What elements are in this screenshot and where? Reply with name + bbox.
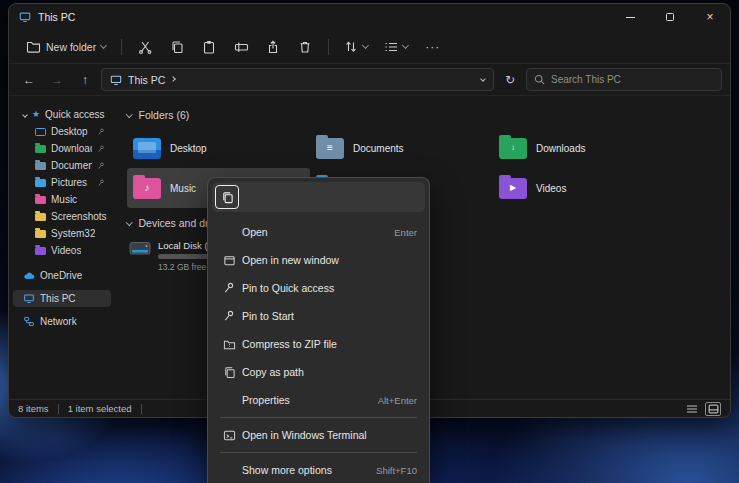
menu-item-open-in-windows-terminal[interactable]: Open in Windows Terminal	[212, 421, 425, 449]
paste-button[interactable]	[194, 34, 224, 60]
close-button[interactable]: ×	[690, 4, 730, 30]
music-folder-icon	[35, 196, 46, 204]
chevron-down-icon	[362, 42, 369, 49]
documents-folder-icon: ≡	[316, 138, 344, 159]
minimize-button[interactable]	[610, 4, 650, 30]
see-more-button[interactable]: ···	[417, 40, 448, 54]
status-divider	[141, 404, 142, 414]
rename-icon	[234, 40, 249, 54]
videos-folder-icon: ▶	[499, 178, 527, 199]
chevron-down-icon	[402, 42, 409, 49]
pictures-folder-icon	[35, 179, 46, 187]
thumbnail-view-button[interactable]	[705, 402, 721, 416]
menu-item-show-more-options[interactable]: Show more options Shift+F10	[212, 456, 425, 483]
menu-item-properties[interactable]: Properties Alt+Enter	[212, 386, 425, 414]
copy-icon	[170, 40, 184, 54]
search-input[interactable]	[551, 74, 714, 85]
folders-section-header[interactable]: Folders (6)	[127, 108, 730, 122]
back-button[interactable]: ←	[17, 68, 41, 92]
sidebar-item-label: OneDrive	[40, 270, 82, 281]
search-icon	[534, 74, 545, 85]
menu-item-pin-to-quick-access[interactable]: Pin to Quick access	[212, 274, 425, 302]
menu-item-pin-to-start[interactable]: Pin to Start	[212, 302, 425, 330]
folder-tile-downloads[interactable]: ↓ Downloads	[493, 128, 676, 168]
cut-button[interactable]	[130, 34, 160, 60]
forward-button[interactable]: →	[45, 68, 69, 92]
sidebar-item-label: Screenshots	[51, 211, 107, 222]
rename-button[interactable]	[226, 34, 256, 60]
address-bar[interactable]: This PC	[101, 68, 494, 91]
desktop-folder-icon	[133, 138, 161, 159]
pin-icon	[97, 162, 105, 170]
search-box[interactable]	[526, 68, 722, 91]
minimize-icon	[626, 17, 635, 18]
menu-item-copy-as-path[interactable]: Copy as path	[212, 358, 425, 386]
breadcrumb-chevron-icon[interactable]	[171, 76, 177, 82]
menu-item-open-in-new-window[interactable]: Open in new window	[212, 246, 425, 274]
selection-count: 1 item selected	[68, 403, 132, 414]
downloads-folder-icon	[35, 145, 46, 153]
new-folder-icon	[26, 40, 41, 53]
folder-name: Music	[170, 183, 196, 194]
share-icon	[266, 40, 280, 54]
sidebar-item-label: Documents	[51, 160, 92, 171]
sidebar-item-documents[interactable]: Documents	[13, 157, 111, 174]
sidebar-item-downloads[interactable]: Downloads	[13, 140, 111, 157]
sidebar-item-onedrive[interactable]: OneDrive	[13, 267, 111, 284]
folder-name: Desktop	[170, 143, 207, 154]
pin-icon	[97, 145, 105, 153]
shortcut-label: Alt+Enter	[370, 395, 417, 406]
view-button[interactable]	[377, 37, 415, 57]
menu-item-open[interactable]: Open Enter	[212, 218, 425, 246]
sidebar-item-quick-access[interactable]: ★ Quick access	[13, 106, 111, 123]
folder-name: Videos	[536, 183, 566, 194]
sidebar-item-videos[interactable]: Videos	[13, 242, 111, 259]
sidebar-item-system32[interactable]: System32	[13, 225, 111, 242]
folder-tile-videos[interactable]: ▶ Videos	[493, 168, 676, 208]
folder-tile-desktop[interactable]: Desktop	[127, 128, 310, 168]
new-folder-button[interactable]: New folder	[19, 36, 113, 57]
breadcrumb-this-pc[interactable]: This PC	[128, 74, 165, 86]
chevron-down-icon	[22, 112, 28, 118]
onedrive-cloud-icon	[23, 271, 35, 280]
context-menu: Open Enter Open in new window Pin to Qui…	[207, 177, 430, 483]
network-icon	[23, 316, 35, 327]
sidebar-item-pictures[interactable]: Pictures	[13, 174, 111, 191]
sidebar-item-screenshots[interactable]: Screenshots	[13, 208, 111, 225]
menu-item-compress-to-zip[interactable]: Compress to ZIP file	[212, 330, 425, 358]
quick-action-copy-button[interactable]	[215, 185, 239, 209]
new-folder-label: New folder	[46, 41, 96, 53]
folder-name: Documents	[353, 143, 404, 154]
pin-icon	[216, 310, 242, 322]
window-title: This PC	[38, 11, 75, 23]
copy-button[interactable]	[162, 34, 192, 60]
sidebar-item-network[interactable]: Network	[13, 313, 111, 330]
up-button[interactable]: ↑	[73, 68, 97, 92]
quick-access-star-icon: ★	[32, 110, 40, 119]
explorer-app-icon	[19, 11, 31, 23]
status-divider	[58, 404, 59, 414]
this-pc-icon	[23, 293, 35, 304]
view-icon	[384, 41, 398, 53]
desktop-wallpaper: This PC × New folder	[0, 0, 739, 483]
sidebar-item-music[interactable]: Music	[13, 191, 111, 208]
sidebar-item-label: Music	[51, 194, 77, 205]
maximize-button[interactable]	[650, 4, 690, 30]
delete-button[interactable]	[290, 34, 320, 60]
paste-icon	[202, 40, 216, 54]
chevron-down-icon	[100, 42, 107, 49]
sidebar-item-label: Quick access	[45, 109, 104, 120]
share-button[interactable]	[258, 34, 288, 60]
terminal-icon	[216, 429, 242, 442]
toolbar-divider	[121, 39, 122, 55]
this-pc-icon	[110, 74, 122, 86]
sidebar-item-desktop[interactable]: Desktop	[13, 123, 111, 140]
sidebar-item-this-pc[interactable]: This PC	[13, 290, 111, 307]
address-dropdown-icon[interactable]	[480, 76, 486, 82]
folder-tile-documents[interactable]: ≡ Documents	[310, 128, 493, 168]
sort-button[interactable]	[337, 36, 375, 57]
details-view-button[interactable]	[684, 402, 700, 416]
refresh-button[interactable]: ↻	[498, 68, 522, 91]
command-bar: New folder	[9, 30, 730, 64]
titlebar[interactable]: This PC ×	[9, 4, 730, 30]
